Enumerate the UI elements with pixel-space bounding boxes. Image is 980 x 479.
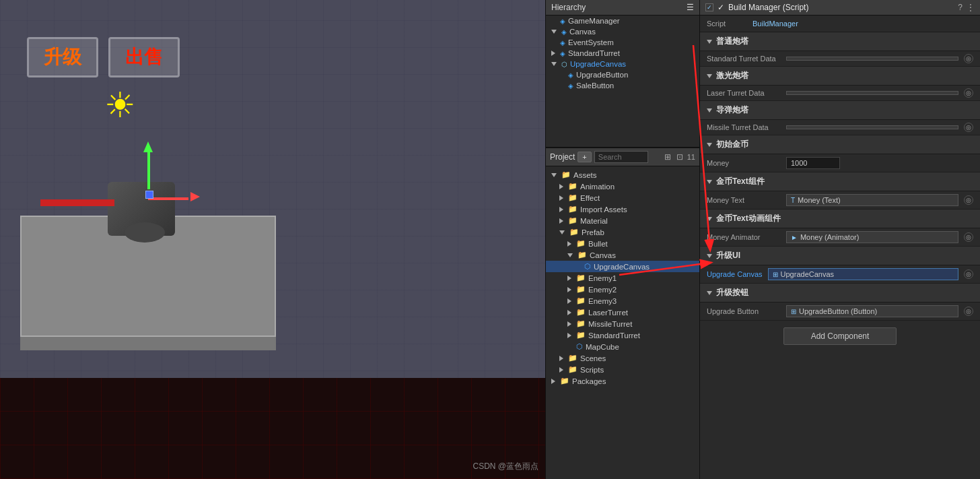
project-add-btn[interactable]: + [578,152,591,162]
ui-overlay-buttons: 升级 出售 [27,37,180,77]
project-list: 📁 Assets📁 Animation📁 Effect📁 Import Asse… [546,166,699,479]
project-item-scripts[interactable]: 📁 Scripts [546,364,699,375]
field-label-laser: Laser Turret Data [707,89,781,97]
section-init-money-label: 初始金币 [716,139,748,150]
upgrade-canvas-icon: ⊞ [773,271,778,278]
inspector-panel: ✓ Build Manager (Script) ? ⋮ Script Buil… [700,0,980,479]
section-missile-turret[interactable]: 导弹炮塔 [700,101,980,120]
add-component-button[interactable]: Add Component [783,327,897,345]
section-laser-turret-label: 激光炮塔 [716,70,748,82]
field-ref-money-animator: ► Money (Animator) [786,231,958,243]
project-item-assets[interactable]: 📁 Assets [546,169,699,181]
upgrade-button-overlay[interactable]: 升级 [27,37,98,77]
script-row: Script BuildManager [700,15,980,32]
turret-barrel-left [40,199,114,206]
hierarchy-item-eventsystem[interactable]: ◈ EventSystem [546,37,699,48]
field-ref-upgrade-btn: ⊞ UpgradeButton (Button) [786,305,958,317]
ref-picker-upgrade-btn[interactable]: ◎ [964,307,973,316]
field-ref-missile [786,125,958,129]
section-arrow-upgrade-btn [707,291,712,295]
inspector-menu-icon[interactable]: ⋮ [967,3,975,12]
upgrade-btn-icon: ⊞ [791,308,796,315]
section-upgrade-ui[interactable]: 升级UI [700,247,980,265]
project-item-canvas[interactable]: 📁 Canvas [546,249,699,261]
project-item-effect[interactable]: 📁 Effect [546,192,699,203]
upgrade-btn-value: UpgradeButton (Button) [799,307,877,315]
section-normal-turret-label: 普通炮塔 [716,36,748,47]
section-money-animator[interactable]: 金币Text动画组件 [700,210,980,228]
inspector-actions: ? ⋮ [958,3,975,12]
project-item-count: 11 [687,153,695,161]
section-arrow-missile [707,108,712,113]
project-item-prefab[interactable]: 📁 Prefab [546,226,699,238]
field-label-upgrade-btn: Upgrade Button [707,307,781,315]
section-money-text-label: 金币Text组件 [716,176,765,187]
section-init-money[interactable]: 初始金币 [700,135,980,154]
project-item-mapcube[interactable]: ⬡ MapCube [546,341,699,352]
watermark: CSDN @蓝色雨点 [473,461,538,472]
inspector-help-icon[interactable]: ? [958,3,963,12]
ref-picker-upgrade-canvas[interactable]: ◎ [964,269,973,279]
money-text-value: Money (Text) [798,196,841,204]
turret-base [125,222,165,243]
hierarchy-item-upgradecanvas[interactable]: ⬡ UpgradeCanvas [546,59,699,69]
inspector-component-name: Build Manager (Script) [728,3,808,12]
project-item-import-assets[interactable]: 📁 Import Assets [546,203,699,215]
hierarchy-header: Hierarchy ☰ [546,0,699,15]
project-item-missileturret[interactable]: 📁 MissileTurret [546,318,699,329]
section-upgrade-btn[interactable]: 升级按钮 [700,284,980,302]
money-value-input[interactable] [786,157,840,169]
project-item-animation[interactable]: 📁 Animation [546,181,699,192]
field-upgrade-button: Upgrade Button ⊞ UpgradeButton (Button) … [700,302,980,321]
project-item-enemy1[interactable]: 📁 Enemy1 [546,272,699,284]
section-missile-turret-label: 导弹炮塔 [716,104,748,116]
script-label: Script [707,20,747,28]
hierarchy-menu-icon[interactable]: ☰ [687,3,694,12]
project-item-bullet[interactable]: 📁 Bullet [546,238,699,249]
script-value: BuildManager [753,20,798,28]
ref-picker-animator[interactable]: ◎ [964,232,973,242]
section-arrow-money [707,143,712,147]
hierarchy-title: Hierarchy [551,3,586,12]
project-item-standardturret[interactable]: 📁 StandardTurret [546,329,699,341]
project-item-laserturret[interactable]: 📁 LaserTurret [546,307,699,318]
ref-picker-laser[interactable]: ◎ [964,88,973,98]
inspector-active-checkbox[interactable] [705,3,713,11]
section-money-animator-label: 金币Text动画组件 [716,213,781,224]
hierarchy-item-gamemanager[interactable]: ◈ GameManager [546,15,699,26]
inspector-title-text: ✓ [718,3,724,12]
ref-picker-missile[interactable]: ◎ [964,123,973,132]
sell-button-overlay[interactable]: 出售 [108,37,180,77]
section-laser-turret[interactable]: 激光炮塔 [700,67,980,86]
inspector-content: 普通炮塔 Standard Turret Data ◎ 激光炮塔 Laser T… [700,32,980,479]
project-list-view-btn[interactable]: ⊞ [663,152,672,162]
hierarchy-item-canvas[interactable]: ◈ Canvas [546,26,699,37]
inspector-title-area: ✓ Build Manager (Script) [705,3,808,12]
project-item-enemy2[interactable]: 📁 Enemy2 [546,284,699,295]
section-normal-turret[interactable]: 普通炮塔 [700,32,980,51]
y-axis-handle [143,141,153,189]
hierarchy-item-upgradebutton[interactable]: ◈ UpgradeButton [546,69,699,80]
project-item-enemy3[interactable]: 📁 Enemy3 [546,295,699,307]
field-label-money: Money [707,159,781,167]
project-item-upgradecanvas[interactable]: ⬡ UpgradeCanvas [546,261,699,272]
section-upgrade-btn-label: 升级按钮 [716,287,748,298]
hierarchy-item-salebutton[interactable]: ◈ SaleButton [546,80,699,91]
section-money-text[interactable]: 金币Text组件 [700,172,980,191]
field-label-upgrade-canvas[interactable]: Upgrade Canvas [707,270,763,278]
project-item-packages[interactable]: 📁 Packages [546,375,699,387]
ref-picker-standard[interactable]: ◎ [964,54,973,63]
middle-panel: Hierarchy ☰ ◈ GameManager◈ Canvas◈ Event… [545,0,700,479]
money-animator-value: Money (Animator) [800,233,859,241]
animator-icon: ► [791,234,798,241]
field-money-animator: Money Animator ► Money (Animator) ◎ [700,228,980,247]
hierarchy-item-standardturret[interactable]: ◈ StandardTurret [546,48,699,59]
project-icon-view-btn[interactable]: ⊡ [675,152,685,162]
project-search-input[interactable] [594,151,648,163]
field-missile-turret-data: Missile Turret Data ◎ [700,120,980,135]
project-item-material[interactable]: 📁 Material [546,215,699,226]
hierarchy-list: ◈ GameManager◈ Canvas◈ EventSystem◈ Stan… [546,15,699,91]
ref-picker-money-text[interactable]: ◎ [964,195,973,205]
transform-center [145,191,153,199]
project-item-scenes[interactable]: 📁 Scenes [546,352,699,364]
